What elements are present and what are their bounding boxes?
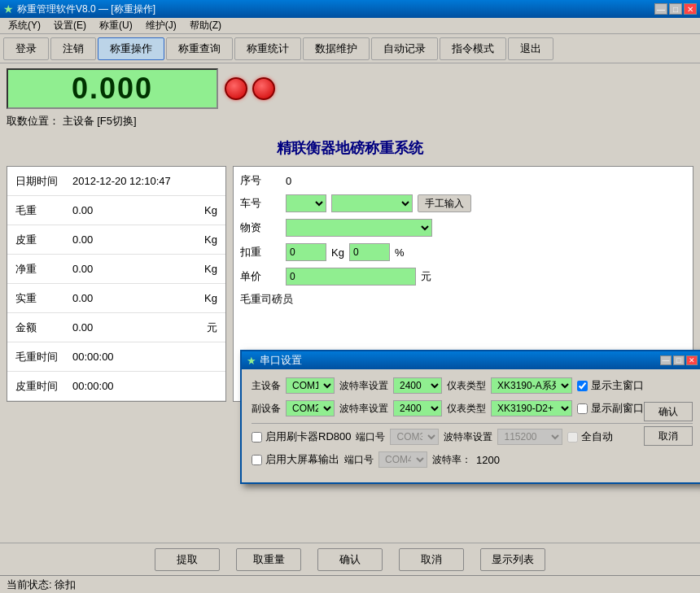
menu-maintain[interactable]: 维护(J) bbox=[139, 18, 183, 33]
left-panel: 日期时间 2012-12-20 12:10:47 毛重 0.00 Kg 皮重 0… bbox=[7, 166, 226, 402]
label-datetime: 日期时间 bbox=[15, 174, 72, 189]
main-baud-label: 波特率设置 bbox=[339, 379, 388, 393]
btn-exit[interactable]: 退出 bbox=[508, 37, 553, 60]
toolbar: 登录 注销 称重操作 称重查询 称重统计 数据维护 自动记录 指令模式 退出 bbox=[0, 34, 700, 63]
btn-data-maintain[interactable]: 数据维护 bbox=[303, 37, 370, 60]
label-amount: 金额 bbox=[15, 320, 72, 335]
row-price: 单价 元 bbox=[240, 268, 686, 286]
auto-checkbox bbox=[567, 432, 578, 443]
show-sub-checkbox[interactable] bbox=[577, 403, 588, 414]
minimize-button[interactable]: — bbox=[654, 3, 667, 15]
dialog-controls: — □ ✕ bbox=[660, 355, 698, 365]
goods-select[interactable] bbox=[286, 219, 432, 237]
row-driver: 毛重司磅员 bbox=[240, 292, 686, 307]
sub-baud-label: 波特率设置 bbox=[339, 402, 388, 416]
btn-weigh-op[interactable]: 称重操作 bbox=[98, 37, 164, 60]
dialog-confirm-btn[interactable]: 确认 bbox=[644, 402, 693, 421]
tared-value-input[interactable] bbox=[286, 243, 326, 261]
manual-input-btn[interactable]: 手工输入 bbox=[418, 194, 471, 212]
show-sub-label[interactable]: 显示副窗口 bbox=[577, 401, 644, 416]
dialog-title-bar: ★ 串口设置 — □ ✕ bbox=[242, 351, 700, 369]
btn-weigh-stats[interactable]: 称重统计 bbox=[234, 37, 301, 60]
sub-device-label: 副设备 bbox=[252, 402, 281, 416]
car-select-1[interactable] bbox=[286, 194, 326, 212]
dialog-cancel-btn[interactable]: 取消 bbox=[644, 426, 693, 446]
card-baud-select: 11520024009600 bbox=[497, 429, 562, 445]
btn-cmd-mode[interactable]: 指令模式 bbox=[440, 37, 506, 60]
label-gross: 毛重 bbox=[15, 203, 72, 218]
dialog-close[interactable]: ✕ bbox=[686, 355, 698, 365]
btn-auto-record[interactable]: 自动记录 bbox=[371, 37, 438, 60]
unit-amount: 元 bbox=[193, 320, 217, 335]
close-button[interactable]: ✕ bbox=[684, 3, 697, 15]
card-reader-label[interactable]: 启用刷卡器RD800 bbox=[252, 429, 351, 444]
main-device-label: 主设备 bbox=[252, 379, 281, 393]
light-1 bbox=[225, 77, 247, 100]
screen-port-select: COM4COM1COM2COM3 bbox=[378, 451, 427, 468]
value-gross-time: 00:00:00 bbox=[72, 351, 217, 363]
bottom-bar: 提取 取重量 确认 取消 显示列表 bbox=[0, 543, 700, 575]
row-gross: 毛重 0.00 Kg bbox=[7, 196, 225, 225]
light-2 bbox=[252, 77, 275, 100]
card-reader-row: 启用刷卡器RD800 端口号 COM3COM1COM2COM4 波特率设置 11… bbox=[252, 429, 693, 445]
sub-baud-select[interactable]: 240048009600115200 bbox=[393, 400, 442, 416]
btn-weigh-query[interactable]: 称重查询 bbox=[166, 37, 233, 60]
row-tare: 皮重 0.00 Kg bbox=[7, 225, 225, 255]
btn-login[interactable]: 登录 bbox=[3, 37, 49, 60]
main-baud-select[interactable]: 240048009600115200 bbox=[393, 377, 442, 394]
btn-logout[interactable]: 注销 bbox=[50, 37, 96, 60]
dialog-title: ★ 串口设置 bbox=[247, 353, 302, 368]
card-reader-checkbox[interactable] bbox=[252, 432, 262, 443]
screen-checkbox[interactable] bbox=[252, 455, 262, 465]
btn-get-weight[interactable]: 取重量 bbox=[236, 548, 301, 571]
unit-actual: Kg bbox=[193, 292, 217, 304]
screen-baud-label: 波特率： bbox=[432, 453, 471, 467]
label-car: 车号 bbox=[240, 196, 281, 211]
menu-help[interactable]: 帮助(Z) bbox=[183, 18, 228, 33]
status-text: 当前状态: 徐扣 bbox=[7, 578, 76, 592]
row-car: 车号 手工输入 bbox=[240, 194, 686, 212]
dialog-maximize[interactable]: □ bbox=[673, 355, 685, 365]
row-net: 净重 0.00 Kg bbox=[7, 255, 225, 284]
menu-settings[interactable]: 设置(E) bbox=[47, 18, 93, 33]
sub-meter-select[interactable]: XK3190-D2+XK3190-A系列其他 bbox=[491, 400, 572, 416]
label-gross-time: 毛重时间 bbox=[15, 350, 72, 364]
label-actual: 实重 bbox=[15, 291, 72, 306]
screen-label[interactable]: 启用大屏幕输出 bbox=[252, 452, 339, 467]
btn-fetch[interactable]: 提取 bbox=[155, 548, 220, 571]
price-unit: 元 bbox=[421, 269, 431, 284]
row-amount: 金额 0.00 元 bbox=[7, 313, 225, 342]
show-main-label[interactable]: 显示主窗口 bbox=[577, 378, 644, 393]
main-meter-select[interactable]: XK3190-A系列XK3190-D2+其他 bbox=[491, 377, 572, 394]
status-bar: 当前状态: 徐扣 bbox=[0, 575, 700, 593]
card-port-label: 端口号 bbox=[356, 430, 385, 444]
label-seq: 序号 bbox=[240, 173, 281, 188]
maximize-button[interactable]: □ bbox=[669, 3, 682, 15]
btn-confirm[interactable]: 确认 bbox=[317, 548, 383, 571]
screen-port-label: 端口号 bbox=[344, 453, 374, 467]
value-amount: 0.00 bbox=[72, 321, 193, 334]
main-device-select[interactable]: COM1COM2COM3COM4 bbox=[286, 377, 335, 394]
row-tared: 扣重 Kg % bbox=[240, 243, 686, 261]
value-net: 0.00 bbox=[72, 263, 193, 275]
main-device-row: 主设备 COM1COM2COM3COM4 波特率设置 2400480096001… bbox=[252, 377, 693, 394]
unit-net: Kg bbox=[193, 263, 217, 275]
sub-device-select[interactable]: COM1COM2COM3COM4 bbox=[286, 400, 335, 416]
tared-pct-input[interactable] bbox=[349, 243, 390, 261]
price-input[interactable] bbox=[286, 268, 416, 286]
value-tare: 0.00 bbox=[72, 233, 193, 246]
unit-gross: Kg bbox=[193, 204, 217, 216]
car-select-2[interactable] bbox=[331, 194, 413, 212]
value-seq: 0 bbox=[286, 175, 291, 187]
show-main-checkbox[interactable] bbox=[577, 381, 588, 391]
auto-label[interactable]: 全自动 bbox=[567, 429, 613, 444]
menu-system[interactable]: 系统(Y) bbox=[2, 18, 47, 33]
dialog-minimize[interactable]: — bbox=[660, 355, 672, 365]
btn-show-list[interactable]: 显示列表 bbox=[480, 548, 545, 571]
card-baud-label: 波特率设置 bbox=[444, 430, 492, 444]
row-datetime: 日期时间 2012-12-20 12:10:47 bbox=[7, 167, 225, 196]
row-seq: 序号 0 bbox=[240, 173, 686, 188]
menu-weigh[interactable]: 称重(U) bbox=[93, 18, 139, 33]
system-title: 精联衡器地磅称重系统 bbox=[0, 132, 700, 163]
btn-cancel[interactable]: 取消 bbox=[399, 548, 464, 571]
